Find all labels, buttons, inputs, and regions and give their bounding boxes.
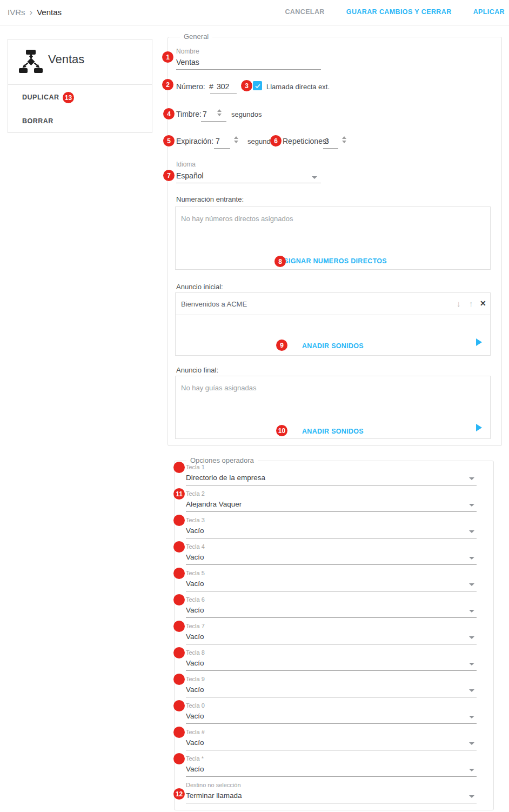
ivr-name-title: Ventas <box>48 52 84 66</box>
tecla-row: Tecla 5 Vacío <box>186 569 477 595</box>
move-down-icon[interactable]: ↓ <box>457 299 461 308</box>
expiration-field-label: Expiración: <box>176 137 213 145</box>
initial-announcement-label: Anuncio inicial: <box>176 283 223 291</box>
tecla-select[interactable]: Vacío <box>186 738 204 747</box>
move-up-icon[interactable]: ↑ <box>469 299 473 308</box>
tecla-select[interactable]: Vacío <box>186 580 204 588</box>
annotation-badge-7: 7 <box>163 170 175 181</box>
annotation-badge <box>173 674 185 685</box>
remove-icon[interactable]: ✕ <box>480 299 486 308</box>
ring-field-label: Timbre: <box>176 110 202 118</box>
assign-direct-numbers-button[interactable]: ASIGNAR NUMEROS DIRECTOS <box>279 257 387 265</box>
duplicate-button[interactable]: DUPLICAR <box>22 94 59 101</box>
ring-stepper[interactable] <box>217 109 222 116</box>
annotation-badge-13: 13 <box>63 92 74 103</box>
annotation-badge-5: 5 <box>163 135 175 147</box>
chevron-down-icon[interactable] <box>469 636 474 639</box>
expiration-stepper[interactable] <box>234 136 238 143</box>
annotation-badge <box>173 594 185 605</box>
tecla-label: Tecla 0 <box>186 702 205 709</box>
annotation-badge <box>173 621 185 632</box>
chevron-down-icon[interactable] <box>469 557 474 560</box>
language-select[interactable]: Español <box>176 171 204 180</box>
tecla-row: Tecla 9 Vacío <box>186 675 477 701</box>
chevron-down-icon[interactable] <box>312 176 317 179</box>
repetitions-stepper[interactable] <box>342 136 346 143</box>
chevron-down-icon[interactable] <box>469 716 474 718</box>
chevron-down-icon[interactable] <box>469 795 474 798</box>
tecla-select[interactable]: Vacío <box>186 553 204 561</box>
ivr-summary-card: Ventas DUPLICAR 13 BORRAR <box>8 39 152 133</box>
tecla-label: Tecla # <box>186 729 205 735</box>
annotation-badge-6: 6 <box>270 135 282 147</box>
tecla-select[interactable]: Vacío <box>186 606 204 614</box>
chevron-down-icon[interactable] <box>469 583 474 586</box>
tecla-row: 12 Destino no selección Terminar llamada <box>186 781 477 807</box>
cancel-button[interactable]: CANCELAR <box>285 8 324 16</box>
tecla-row: Tecla # Vacío <box>186 728 477 754</box>
incoming-numbers-empty-text: No hay números directos asignados <box>181 215 293 223</box>
tecla-label: Tecla 1 <box>186 464 205 470</box>
sound-item-row: Bienvenidos a ACME ↓ ↑ ✕ <box>176 293 490 315</box>
chevron-down-icon[interactable] <box>469 663 474 665</box>
incoming-numbers-label: Numeración entrante: <box>176 195 244 203</box>
annotation-badge-8: 8 <box>274 256 286 267</box>
apply-button[interactable]: APLICAR <box>473 8 505 16</box>
chevron-down-icon[interactable] <box>469 504 474 507</box>
breadcrumb-root-link[interactable]: IVRs <box>8 8 25 17</box>
tecla-row: Tecla 8 Vacío <box>186 648 477 675</box>
tecla-label: Tecla 6 <box>186 596 205 603</box>
tecla-select[interactable]: Vacío <box>186 712 204 720</box>
tecla-label: Tecla 2 <box>186 490 205 497</box>
chevron-down-icon[interactable] <box>469 742 474 745</box>
tecla-select[interactable]: Vacío <box>186 765 204 773</box>
name-input[interactable]: Ventas <box>176 58 199 66</box>
annotation-badge-3: 3 <box>241 80 252 91</box>
tecla-label: Tecla 7 <box>186 623 205 629</box>
tecla-row: Tecla 1 Directorio de la empresa <box>186 463 477 489</box>
number-input[interactable]: 302 <box>217 82 229 91</box>
chevron-down-icon[interactable] <box>469 530 474 533</box>
card-divider <box>8 84 152 85</box>
initial-announcement-box: Bienvenidos a ACME ↓ ↑ ✕ 9 ANADIR SONIDO… <box>175 292 491 356</box>
save-close-button[interactable]: GUARAR CAMBIOS Y CERRAR <box>346 8 452 16</box>
chevron-down-icon[interactable] <box>469 610 474 613</box>
number-field-label: Número: <box>176 82 205 91</box>
tecla-select[interactable]: Terminar llamada <box>186 791 242 800</box>
repetitions-input[interactable]: 3 <box>325 137 329 145</box>
annotation-badge-1: 1 <box>162 51 173 63</box>
annotation-badge: 12 <box>173 788 185 800</box>
add-sounds-button-final[interactable]: ANADIR SONIDOS <box>302 428 364 435</box>
tecla-row: 11 Tecla 2 Alejandra Vaquer <box>186 489 477 516</box>
chevron-down-icon[interactable] <box>469 689 474 692</box>
tecla-label: Tecla 9 <box>186 676 205 682</box>
annotation-badge <box>173 568 185 579</box>
chevron-down-icon[interactable] <box>469 477 474 480</box>
operator-options-section: Opciones operadora Tecla 1 Directorio de… <box>174 461 494 810</box>
incoming-numbers-box: No hay números directos asignados 8 ASIG… <box>175 207 491 270</box>
tecla-select[interactable]: Alejandra Vaquer <box>186 500 242 508</box>
tecla-label: Tecla 3 <box>186 517 205 523</box>
final-announcement-label: Anuncio final: <box>176 366 218 374</box>
tecla-select[interactable]: Directorio de la empresa <box>186 474 265 482</box>
add-sounds-button-initial[interactable]: ANADIR SONIDOS <box>302 342 364 350</box>
annotation-badge <box>173 727 185 738</box>
play-icon[interactable] <box>476 424 482 431</box>
tecla-select[interactable]: Vacío <box>186 633 204 641</box>
delete-button[interactable]: BORRAR <box>22 117 53 125</box>
tecla-select[interactable]: Vacío <box>186 659 204 667</box>
chevron-down-icon[interactable] <box>469 769 474 771</box>
tecla-select[interactable]: Vacío <box>186 685 204 694</box>
check-icon <box>254 83 261 89</box>
expiration-seconds-input[interactable]: 7 <box>216 137 220 145</box>
direct-call-checkbox[interactable] <box>253 81 262 90</box>
tecla-select[interactable]: Vacío <box>186 527 204 535</box>
chevron-right-icon: › <box>30 8 33 16</box>
play-icon[interactable] <box>476 338 482 346</box>
tecla-row: Tecla 6 Vacío <box>186 595 477 622</box>
annotation-badge <box>173 753 185 764</box>
annotation-badge-2: 2 <box>162 79 173 90</box>
breadcrumb: IVRs › Ventas <box>8 8 62 17</box>
ring-seconds-input[interactable]: 7 <box>203 110 207 118</box>
general-legend: General <box>180 32 212 41</box>
